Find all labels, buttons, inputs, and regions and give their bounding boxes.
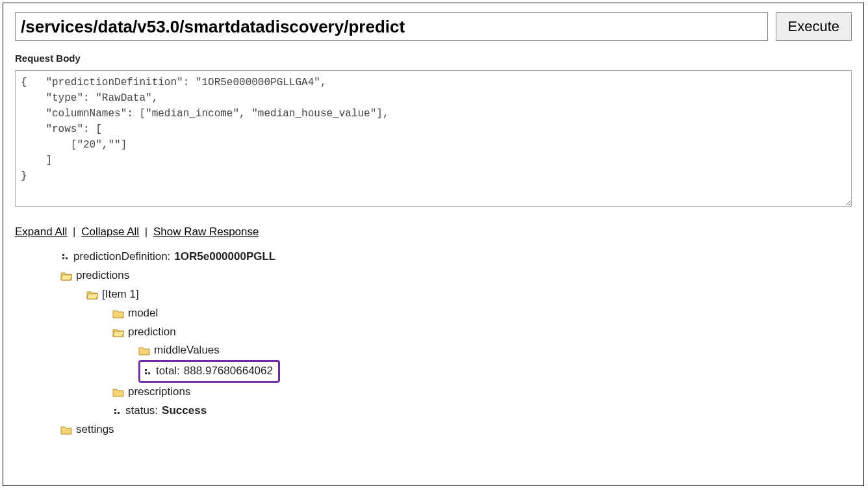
endpoint-url-input[interactable] bbox=[15, 12, 768, 41]
collapse-all-link[interactable]: Collapse All bbox=[81, 226, 139, 238]
separator: | bbox=[145, 226, 147, 238]
response-tree: predictionDefinition: 1OR5e000000PGLL pr… bbox=[15, 248, 852, 439]
node-label: middleValues bbox=[154, 341, 220, 360]
tree-leaf-predictiondefinition[interactable]: predictionDefinition: 1OR5e000000PGLL bbox=[60, 248, 852, 266]
folder-open-icon bbox=[60, 271, 72, 281]
key-label: total: bbox=[156, 362, 180, 381]
node-label: settings bbox=[76, 420, 114, 439]
request-body-label: Request Body bbox=[15, 53, 852, 64]
leaf-bullet-icon bbox=[112, 407, 121, 416]
value-label: Success bbox=[162, 402, 207, 420]
expand-all-link[interactable]: Expand All bbox=[15, 226, 67, 238]
node-label: predictions bbox=[76, 266, 129, 285]
tree-node-item-1[interactable]: [Item 1] bbox=[86, 285, 852, 304]
node-label: [Item 1] bbox=[102, 285, 139, 304]
node-label: prediction bbox=[128, 323, 176, 342]
folder-open-icon bbox=[86, 290, 98, 300]
highlighted-total-row: total: 888.97680664062 bbox=[138, 360, 280, 383]
value-label: 1OR5e000000PGLL bbox=[174, 248, 275, 266]
folder-closed-icon bbox=[138, 346, 150, 355]
workbench-panel: Execute Request Body { "predictionDefini… bbox=[3, 3, 864, 486]
separator: | bbox=[73, 226, 75, 238]
tree-leaf-status[interactable]: status: Success bbox=[112, 402, 852, 420]
top-row: Execute bbox=[15, 12, 852, 41]
key-label: status: bbox=[125, 402, 158, 420]
tree-node-prediction[interactable]: prediction bbox=[112, 323, 852, 342]
folder-open-icon bbox=[112, 328, 124, 337]
leaf-bullet-icon bbox=[60, 252, 70, 261]
response-links-row: Expand All | Collapse All | Show Raw Res… bbox=[15, 226, 852, 239]
folder-closed-icon bbox=[60, 425, 72, 435]
show-raw-response-link[interactable]: Show Raw Response bbox=[153, 226, 259, 238]
key-label: predictionDefinition: bbox=[73, 248, 170, 266]
tree-node-settings[interactable]: settings bbox=[60, 420, 852, 439]
value-label: 888.97680664062 bbox=[184, 362, 273, 381]
tree-node-middlevalues[interactable]: middleValues bbox=[138, 341, 852, 360]
execute-button[interactable]: Execute bbox=[776, 12, 852, 41]
leaf-bullet-icon bbox=[143, 367, 152, 376]
tree-node-model[interactable]: model bbox=[112, 304, 852, 323]
tree-node-prescriptions[interactable]: prescriptions bbox=[112, 383, 852, 402]
node-label: prescriptions bbox=[128, 383, 190, 402]
node-label: model bbox=[128, 304, 158, 323]
tree-node-predictions[interactable]: predictions bbox=[60, 266, 852, 285]
folder-closed-icon bbox=[112, 309, 124, 318]
folder-closed-icon bbox=[112, 387, 124, 397]
request-body-textarea[interactable]: { "predictionDefinition": "1OR5e000000PG… bbox=[15, 70, 852, 207]
